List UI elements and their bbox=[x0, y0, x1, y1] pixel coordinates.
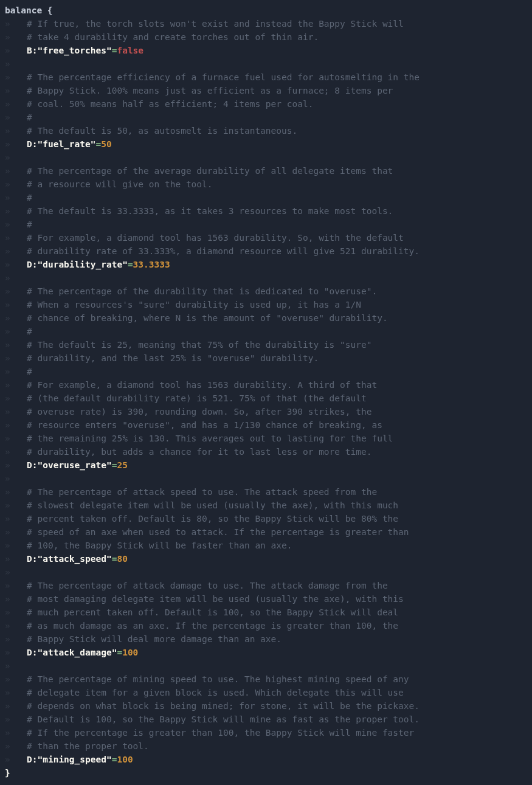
config-key: "fuel_rate" bbox=[37, 137, 95, 151]
whitespace-marker: » bbox=[0, 525, 27, 539]
whitespace-marker: » bbox=[0, 71, 27, 84]
comment-text: # For example, a diamond tool has 1563 d… bbox=[27, 231, 404, 244]
code-line: »# slowest delegate item will be used (u… bbox=[0, 499, 532, 512]
whitespace-marker: » bbox=[0, 44, 27, 57]
whitespace-marker: » bbox=[0, 606, 27, 619]
comment-text: # overuse rate) is 390, rounding down. S… bbox=[27, 405, 371, 418]
config-type: D: bbox=[27, 458, 37, 472]
code-line: »# The default is 25, meaning that 75% o… bbox=[0, 338, 532, 351]
comment-text: # When a resources's "sure" durability i… bbox=[27, 298, 361, 311]
comment-text: # The default is 50, as autosmelt is ins… bbox=[27, 124, 297, 137]
whitespace-marker: » bbox=[0, 178, 27, 191]
code-line: »# bbox=[0, 325, 532, 338]
code-line: » bbox=[0, 472, 532, 485]
config-key: "durability_rate" bbox=[37, 258, 127, 271]
comment-text: # bbox=[27, 111, 32, 124]
comment-text: # bbox=[27, 191, 32, 204]
comment-text: # The percentage of the durability that … bbox=[27, 285, 377, 298]
comment-text: # The percentage of the average durabili… bbox=[27, 164, 393, 178]
code-line: »# The percentage of the average durabil… bbox=[0, 164, 532, 178]
whitespace-marker: » bbox=[0, 405, 27, 418]
code-line: » bbox=[0, 151, 532, 164]
whitespace-marker: » bbox=[0, 739, 27, 753]
whitespace-marker: » bbox=[0, 673, 27, 686]
code-line: »# durability, but adds a chance for it … bbox=[0, 445, 532, 458]
whitespace-marker: » bbox=[0, 686, 27, 699]
code-line: » bbox=[0, 659, 532, 673]
code-line: »D:"durability_rate"=33.3333 bbox=[0, 258, 532, 271]
config-key: "attack_speed" bbox=[37, 552, 111, 565]
section-header: balance { bbox=[5, 4, 53, 17]
config-value: 25 bbox=[117, 458, 127, 472]
code-line: } bbox=[0, 766, 532, 780]
whitespace-marker: » bbox=[0, 57, 27, 71]
whitespace-marker: » bbox=[0, 124, 27, 137]
code-line: » bbox=[0, 271, 532, 285]
whitespace-marker: » bbox=[0, 218, 27, 231]
whitespace-marker: » bbox=[0, 164, 27, 178]
whitespace-marker: » bbox=[0, 753, 27, 766]
config-value: 33.3333 bbox=[133, 258, 170, 271]
config-value: 100 bbox=[117, 753, 133, 766]
comment-text: # (the default durability rate) is 521. … bbox=[27, 392, 367, 405]
code-line: »# For example, a diamond tool has 1563 … bbox=[0, 378, 532, 392]
comment-text: # For example, a diamond tool has 1563 d… bbox=[27, 378, 377, 392]
config-type: D: bbox=[27, 258, 37, 271]
config-key: "mining_speed" bbox=[37, 753, 111, 766]
code-line: »# The default is 50, as autosmelt is in… bbox=[0, 124, 532, 137]
whitespace-marker: » bbox=[0, 552, 27, 565]
code-line: »# bbox=[0, 365, 532, 378]
comment-text: # If true, the torch slots won't exist a… bbox=[27, 17, 404, 30]
whitespace-marker: » bbox=[0, 632, 27, 646]
whitespace-marker: » bbox=[0, 646, 27, 659]
whitespace-marker: » bbox=[0, 351, 27, 365]
comment-text: # Default is 100, so the Bappy Stick wil… bbox=[27, 713, 420, 726]
whitespace-marker: » bbox=[0, 432, 27, 445]
equals-sign: = bbox=[117, 646, 122, 659]
code-line: »# For example, a diamond tool has 1563 … bbox=[0, 231, 532, 244]
comment-text: # 100, the Bappy Stick will be faster th… bbox=[27, 539, 292, 552]
config-type: D: bbox=[27, 753, 37, 766]
code-line: »B:"free_torches"=false bbox=[0, 44, 532, 57]
comment-text: # bbox=[27, 365, 32, 378]
code-line: »# The percentage of attack speed to use… bbox=[0, 485, 532, 499]
comment-text: # most damaging delegate item will be us… bbox=[27, 592, 404, 606]
comment-text: # percent taken off. Default is 80, so t… bbox=[27, 512, 398, 525]
whitespace-marker: » bbox=[0, 472, 27, 485]
comment-text: # depends on what block is being mined; … bbox=[27, 699, 420, 713]
code-line: »# If the percentage is greater than 100… bbox=[0, 726, 532, 739]
code-line: »# a resource will give on the tool. bbox=[0, 178, 532, 191]
comment-text: # speed of an axe when used to attack. I… bbox=[27, 525, 409, 539]
comment-text: # than the proper tool. bbox=[27, 739, 149, 753]
whitespace-marker: » bbox=[0, 485, 27, 499]
code-line: »# delegate item for a given block is us… bbox=[0, 686, 532, 699]
comment-text: # The percentage of attack damage to use… bbox=[27, 579, 388, 592]
config-key: "attack_damage" bbox=[37, 646, 117, 659]
comment-text: # delegate item for a given block is use… bbox=[27, 686, 404, 699]
comment-text: # as much damage as an axe. If the perce… bbox=[27, 619, 398, 632]
config-type: B: bbox=[27, 44, 37, 57]
whitespace-marker: » bbox=[0, 418, 27, 432]
config-type: D: bbox=[27, 646, 37, 659]
code-line: »# overuse rate) is 390, rounding down. … bbox=[0, 405, 532, 418]
whitespace-marker: » bbox=[0, 311, 27, 325]
code-line: »# durability rate of 33.333%, a diamond… bbox=[0, 244, 532, 258]
code-line: »D:"attack_damage"=100 bbox=[0, 646, 532, 659]
whitespace-marker: » bbox=[0, 619, 27, 632]
whitespace-marker: » bbox=[0, 231, 27, 244]
code-line: »# 100, the Bappy Stick will be faster t… bbox=[0, 539, 532, 552]
code-line: »# Default is 100, so the Bappy Stick wi… bbox=[0, 713, 532, 726]
code-line: »# speed of an axe when used to attack. … bbox=[0, 525, 532, 539]
whitespace-marker: » bbox=[0, 111, 27, 124]
whitespace-marker: » bbox=[0, 512, 27, 525]
comment-text: # If the percentage is greater than 100,… bbox=[27, 726, 414, 739]
whitespace-marker: » bbox=[0, 499, 27, 512]
comment-text: # slowest delegate item will be used (us… bbox=[27, 499, 398, 512]
code-line: »# resource enters "overuse", and has a … bbox=[0, 418, 532, 432]
whitespace-marker: » bbox=[0, 659, 27, 673]
config-key: "overuse_rate" bbox=[37, 458, 111, 472]
config-type: D: bbox=[27, 552, 37, 565]
code-line: »# percent taken off. Default is 80, so … bbox=[0, 512, 532, 525]
whitespace-marker: » bbox=[0, 565, 27, 579]
comment-text: # Bappy Stick. 100% means just as effici… bbox=[27, 84, 393, 97]
